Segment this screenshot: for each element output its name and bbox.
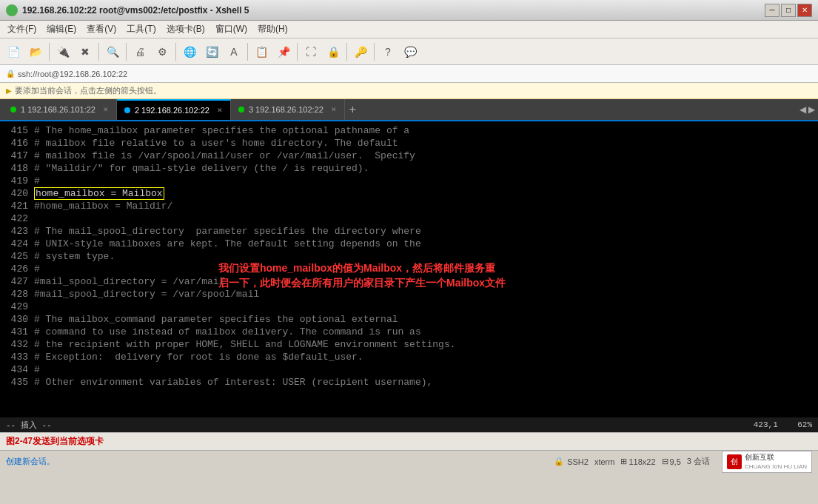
line-number: 427	[6, 275, 28, 288]
line-number: 431	[6, 326, 28, 338]
line-number: 417	[6, 149, 28, 162]
tab-label: 3 192.168.26.102:22	[249, 105, 323, 114]
tab-3[interactable]: 3 192.168.26.102:22✕	[231, 99, 345, 120]
globe-icon[interactable]: 🌐	[179, 41, 200, 62]
tab-close-btn[interactable]: ✕	[217, 107, 223, 114]
connect-icon[interactable]: 🔌	[53, 41, 73, 62]
comment-text: # The mail_spool_directory parameter spe…	[34, 226, 421, 237]
open-icon[interactable]: 📂	[25, 41, 46, 62]
menu-item-T[interactable]: 工具(T)	[122, 21, 160, 37]
help-icon[interactable]: ?	[378, 41, 398, 62]
line-number: 415	[6, 124, 28, 137]
maximize-button[interactable]: □	[781, 4, 796, 17]
tabbar-nav: ◀ ▶	[799, 104, 815, 115]
comment-text: # system type.	[34, 251, 115, 262]
caption-bar: 图2-47发送到当前选项卡	[0, 432, 818, 450]
bottom-status-bar: 创建新会话。 🔒 SSH2 xterm ⊞ 118x22 ⊟ 9,5 3 会话 …	[0, 450, 818, 472]
paste-icon[interactable]: 📌	[273, 41, 294, 62]
line-number: 428	[6, 288, 28, 300]
tab-bar: 1 192.168.26.101:22✕2 192.168.26.102:22✕…	[0, 99, 818, 121]
line-number: 432	[6, 338, 28, 351]
terminal-line: 435# Other environment variables of inte…	[6, 376, 812, 389]
tab-1[interactable]: 1 192.168.26.101:22✕	[3, 99, 117, 120]
terminal-line: 418# "Maildir/" for qmail-style delivery…	[6, 162, 812, 175]
sync-icon[interactable]: 🔄	[201, 41, 222, 62]
line-number: 424	[6, 238, 28, 250]
menu-item-B[interactable]: 选项卡(B)	[162, 21, 209, 37]
line-number: 420	[6, 187, 28, 200]
comment-text: # UNIX-style mailboxes are kept. The def…	[34, 238, 421, 249]
terminal-statusbar: -- 插入 -- 423,1 62%	[0, 417, 818, 432]
menu-item-F[interactable]: 文件(F)	[3, 21, 41, 37]
tab-close-btn[interactable]: ✕	[331, 106, 337, 113]
line-number: 418	[6, 162, 28, 175]
comment-text: # mailbox file relative to a user's home…	[34, 138, 398, 149]
separator	[175, 43, 176, 61]
address-text: ssh://root@192.168.26.102:22	[18, 70, 127, 78]
terminal-line: 420home_mailbox = Mailbox	[6, 187, 812, 200]
app-icon	[6, 4, 18, 16]
line-number: 429	[6, 300, 28, 313]
minimize-button[interactable]: ─	[765, 4, 780, 17]
lock-icon: 🔒	[6, 70, 15, 78]
font-icon[interactable]: A	[224, 41, 244, 62]
fullscreen-icon[interactable]: ⛶	[301, 41, 321, 62]
logo: 创 创新互联CHUANG XIN HU LIAN	[722, 451, 812, 473]
toolbar: 📄 📂 🔌 ✖ 🔍 🖨 ⚙ 🌐 🔄 A 📋 📌 ⛶ 🔒 🔑 ? 💬	[0, 38, 818, 65]
comment-text: #	[34, 175, 40, 187]
disconnect-icon[interactable]: ✖	[75, 41, 95, 62]
terminal-line: 419#	[6, 175, 812, 187]
figure-label: 图2-47发送到当前选项卡	[6, 435, 104, 448]
tab-label: 1 192.168.26.101:22	[21, 105, 95, 114]
settings-icon[interactable]: ⚙	[152, 41, 172, 62]
tab-status-dot	[124, 107, 130, 113]
comment-text: #	[34, 263, 40, 275]
new-session-label[interactable]: 创建新会话。	[6, 456, 55, 467]
info-text: 要添加当前会话，点击左侧的箭头按钮。	[15, 85, 161, 96]
arrow-icon: ▶	[6, 87, 12, 95]
separator	[297, 43, 298, 61]
comment-text: # Exception: delivery for root is done a…	[34, 352, 363, 363]
comment-text: #mail_spool_directory = /var/mail	[34, 276, 224, 287]
terminal-line: 422	[6, 212, 812, 225]
separator	[374, 43, 375, 61]
chat-icon[interactable]: 💬	[400, 41, 420, 62]
new-icon[interactable]: 📄	[3, 41, 24, 62]
terminal-line: 421#home_mailbox = Maildir/	[6, 200, 812, 212]
tab-2[interactable]: 2 192.168.26.102:22✕	[117, 99, 231, 120]
separator	[98, 43, 99, 61]
close-button[interactable]: ✕	[797, 4, 812, 17]
line-number: 434	[6, 363, 28, 376]
terminal-line: 416# mailbox file relative to a user's h…	[6, 137, 812, 149]
highlighted-code: home_mailbox = Mailbox	[34, 187, 164, 200]
lock-icon[interactable]: 🔒	[323, 41, 343, 62]
clipboard-icon[interactable]: 📋	[251, 41, 272, 62]
tab-status-dot	[238, 107, 244, 112]
find-icon[interactable]: 🔍	[102, 41, 123, 62]
menu-item-V[interactable]: 查看(V)	[82, 21, 121, 37]
terminal-line: 431# command to use instead of mailbox d…	[6, 326, 812, 338]
line-number: 426	[6, 263, 28, 275]
terminal[interactable]: 415# The home_mailbox parameter specifie…	[0, 121, 818, 417]
key-icon[interactable]: 🔑	[350, 41, 371, 62]
menu-item-H[interactable]: 帮助(H)	[253, 21, 292, 37]
comment-text: #	[34, 364, 40, 375]
logo-icon: 创	[727, 454, 742, 469]
terminal-line: 417# mailbox file is /var/spool/mail/use…	[6, 149, 812, 162]
vim-mode: -- 插入 --	[6, 420, 52, 431]
menu-item-W[interactable]: 窗口(W)	[211, 21, 252, 37]
logo-text: 创新互联CHUANG XIN HU LIAN	[745, 453, 807, 471]
terminal-line: 415# The home_mailbox parameter specifie…	[6, 124, 812, 137]
terminal-line: 433# Exception: delivery for root is don…	[6, 351, 812, 363]
print-icon[interactable]: 🖨	[130, 41, 150, 62]
terminal-line: 432# the recipient with proper HOME, SHE…	[6, 338, 812, 351]
add-tab-button[interactable]: +	[345, 103, 361, 116]
size-label: 118x22	[628, 457, 655, 466]
comment-text: # Other environment variables of interes…	[34, 377, 432, 388]
line-number: 422	[6, 212, 28, 225]
tab-close-btn[interactable]: ✕	[103, 106, 109, 113]
menu-item-E[interactable]: 编辑(E)	[42, 21, 81, 37]
line-number: 421	[6, 200, 28, 212]
separator	[49, 43, 50, 61]
sessions-label: 3 会话	[687, 456, 710, 467]
